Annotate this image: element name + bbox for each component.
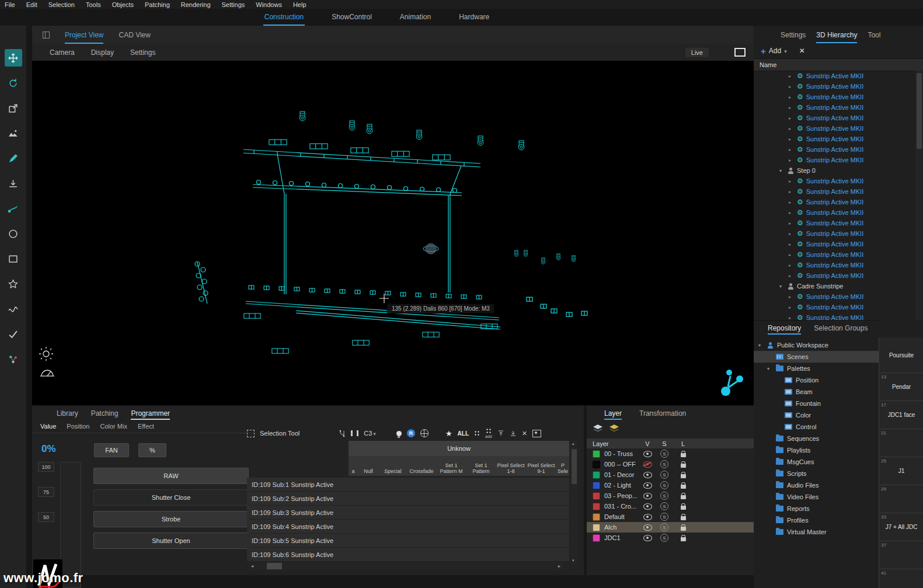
chevron-right-icon[interactable]: ▸ — [789, 158, 794, 163]
add-button[interactable]: Add — [769, 47, 781, 55]
selection-frame-icon[interactable] — [247, 430, 255, 437]
list-horizontal-scrollbar[interactable]: ◂ ▸ — [248, 562, 563, 570]
chevron-right-icon[interactable]: ▸ — [789, 242, 794, 247]
layer-row[interactable]: 00 - TrussS — [587, 448, 754, 459]
tab-tool[interactable]: Tool — [868, 31, 880, 43]
scene-cell[interactable]: 33J7 + All JDC — [879, 513, 923, 541]
s-badge-icon[interactable]: S — [660, 460, 668, 468]
lock-icon[interactable] — [681, 506, 686, 510]
macro-button-strobe[interactable]: Strobe — [93, 511, 249, 527]
repo-item-reports[interactable]: Reports — [754, 503, 879, 514]
macro-button-raw[interactable]: RAW — [93, 468, 249, 484]
lock-icon[interactable] — [681, 464, 686, 468]
align-top-icon[interactable] — [497, 430, 504, 437]
repo-item-color[interactable]: Color — [754, 409, 879, 421]
tab-layer[interactable]: Layer — [604, 409, 622, 420]
hierarchy-row[interactable]: ▸⚙Sunstrip Active MKII — [754, 302, 915, 312]
scene-cell[interactable]: 13Pendar — [879, 373, 923, 401]
layer-row[interactable]: AlchS — [587, 522, 754, 533]
globe-icon[interactable] — [420, 429, 429, 437]
layer-visibility-cell[interactable] — [639, 472, 656, 478]
dots-grid-icon[interactable] — [474, 430, 480, 436]
layer-lock-cell[interactable] — [673, 514, 693, 520]
hierarchy-row[interactable]: ▸⚙Sunstrip Active MKII — [754, 270, 915, 281]
eye-icon[interactable] — [643, 524, 652, 531]
chevron-right-icon[interactable]: ▸ — [789, 294, 794, 300]
column-header-set-1-pattern[interactable]: Set 1 Pattern — [466, 456, 496, 476]
layers-icon[interactable] — [593, 424, 603, 432]
chevron-right-icon[interactable]: ▸ — [789, 95, 794, 100]
programmer-row[interactable]: ID:109 Sub:2 Sunstrip Active — [247, 492, 569, 505]
c-dropdown[interactable]: C3 — [364, 430, 376, 437]
repo-item-video-files[interactable]: Video Files — [754, 491, 879, 503]
programmer-row[interactable]: ID:109 Sub:1 Sunstrip Active — [247, 478, 569, 491]
layer-row[interactable]: DefaultS — [587, 512, 754, 522]
repo-item-profiles[interactable]: Profiles — [754, 514, 879, 526]
layer-solo-cell[interactable]: S — [656, 471, 673, 479]
render-icon[interactable] — [532, 430, 541, 437]
macro-button-shutter-close[interactable]: Shutter Close — [93, 489, 249, 506]
viewport-tab-display[interactable]: Display — [91, 48, 114, 57]
mode-tab-animation[interactable]: Animation — [399, 13, 432, 26]
s-badge-icon[interactable]: S — [660, 450, 668, 458]
subtab-position[interactable]: Position — [67, 423, 89, 430]
subtab-color-mix[interactable]: Color Mix — [100, 423, 127, 430]
chevron-right-icon[interactable]: ▸ — [789, 74, 794, 79]
lock-icon[interactable] — [681, 485, 686, 489]
export-tool-icon[interactable] — [5, 99, 22, 117]
layer-visibility-cell[interactable] — [639, 514, 656, 520]
scene-cell[interactable]: 25J1 — [879, 457, 923, 485]
repo-item-position[interactable]: Position — [754, 374, 879, 386]
programmer-row[interactable]: ID:109 Sub:4 Sunstrip Active — [247, 520, 569, 533]
clear-icon[interactable]: ✕ — [522, 430, 527, 437]
hierarchy-row[interactable]: ▸⚙Sunstrip Active MKII — [754, 71, 915, 81]
eye-icon[interactable] — [643, 461, 652, 468]
layer-solo-cell[interactable]: S — [656, 450, 673, 458]
fullscreen-icon[interactable] — [734, 48, 746, 57]
s-badge-icon[interactable]: S — [660, 481, 668, 489]
hierarchy-row[interactable]: ▸⚙Sunstrip Active MKII — [754, 92, 915, 102]
layer-visibility-cell[interactable] — [639, 451, 656, 457]
star-icon[interactable]: ★ — [445, 430, 452, 437]
programmer-row[interactable]: ID:109 Sub:5 Sunstrip Active — [247, 534, 569, 547]
menu-selection[interactable]: Selection — [48, 1, 75, 8]
repo-item-scripts[interactable]: Scripts — [754, 468, 879, 479]
tab-settings[interactable]: Settings — [781, 31, 806, 43]
circle-tool-icon[interactable] — [5, 225, 22, 242]
subtab-effect[interactable]: Effect — [138, 423, 154, 430]
chevron-right-icon[interactable]: ▸ — [789, 179, 794, 184]
scene-cell[interactable]: 21 — [879, 429, 923, 457]
hierarchy-row[interactable]: ▸⚙Sunstrip Active MKII — [754, 113, 915, 123]
view-tab-project-view[interactable]: Project View — [65, 31, 103, 44]
mode-tab-construction[interactable]: Construction — [263, 13, 305, 26]
scene-cell[interactable]: 41 — [879, 569, 923, 588]
scene-cell[interactable]: 37 — [879, 541, 923, 569]
layer-lock-cell[interactable] — [673, 451, 693, 457]
layer-visibility-cell[interactable] — [639, 503, 656, 510]
repo-item-control[interactable]: Control — [754, 421, 879, 433]
column-header-pixel-select-1-8[interactable]: Pixel Select 1-8 — [496, 456, 526, 476]
layers-add-icon[interactable] — [609, 424, 619, 432]
hierarchy-row[interactable]: ▸⚙Sunstrip Active MKII — [754, 207, 915, 218]
route-icon[interactable] — [339, 430, 346, 437]
paint-tool-icon[interactable] — [5, 149, 22, 167]
viewport-tab-camera[interactable]: Camera — [50, 48, 75, 57]
repo-item-beam[interactable]: Beam — [754, 386, 879, 398]
viewport-canvas[interactable]: 135 (2.289) Dalis 860 [670] Mode: M3 — [32, 61, 754, 405]
subtab-value[interactable]: Value — [40, 423, 56, 430]
lock-icon[interactable] — [681, 516, 686, 520]
tab-patching[interactable]: Patching — [91, 409, 119, 420]
s-badge-icon[interactable]: S — [660, 534, 668, 542]
eye-icon[interactable] — [643, 472, 652, 478]
all-button[interactable]: ALL — [458, 430, 469, 437]
chevron-right-icon[interactable]: ▸ — [789, 147, 794, 152]
s-badge-icon[interactable]: S — [660, 492, 668, 500]
fan-button[interactable]: FAN — [94, 443, 129, 457]
layer-row[interactable]: 03 - Peop...S — [587, 490, 754, 501]
rotate-tool-icon[interactable] — [5, 74, 22, 92]
hierarchy-row[interactable]: ▸⚙Sunstrip Active MKII — [754, 197, 915, 207]
hierarchy-row[interactable]: ▸⚙Sunstrip Active MKII — [754, 239, 915, 249]
chevron-right-icon[interactable]: ▸ — [789, 273, 794, 279]
lock-icon[interactable] — [681, 474, 686, 478]
chevron-right-icon[interactable]: ▸ — [789, 210, 794, 215]
